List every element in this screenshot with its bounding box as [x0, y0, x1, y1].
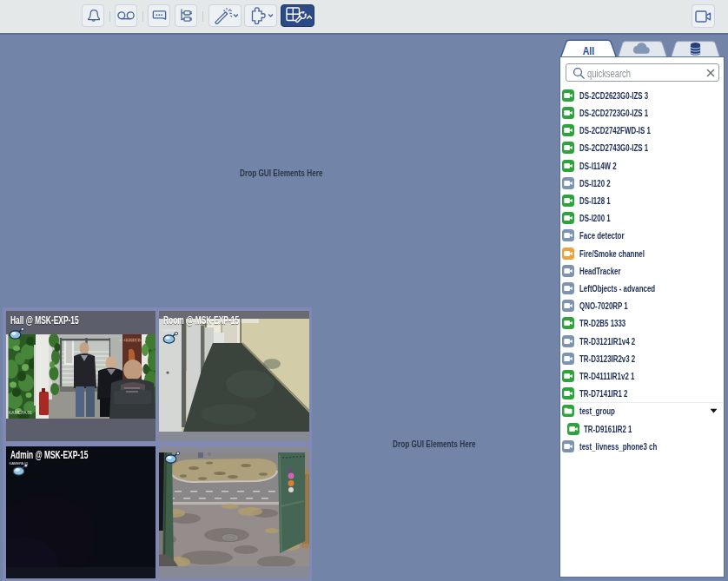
- svg-text:01.10.2019 15:42: 01.10.2019 15:42: [119, 338, 147, 342]
- svg-text:KAMEPA 01: KAMEPA 01: [9, 410, 32, 415]
